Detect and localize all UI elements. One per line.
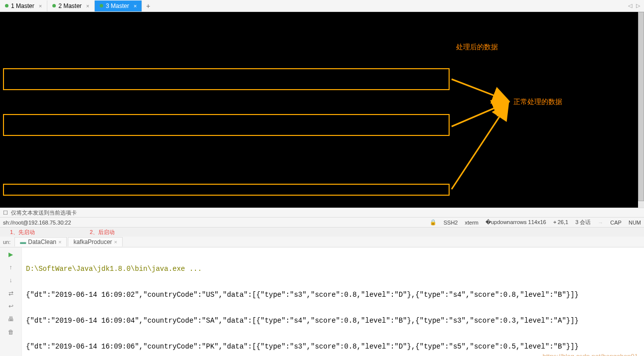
- ide-output-line: {"dt":"2019-06-14 16:09:02","countryCode…: [26, 288, 640, 301]
- status-dot-icon: [100, 4, 103, 7]
- close-icon[interactable]: ×: [39, 3, 42, 9]
- down-icon[interactable]: ↓: [7, 276, 15, 284]
- run-label: un:: [3, 239, 10, 245]
- terminal-scrollbar-track[interactable]: [638, 12, 644, 208]
- highlight-box-2: [3, 114, 450, 136]
- close-icon[interactable]: ×: [86, 3, 89, 9]
- annotation-arrows: [449, 62, 518, 191]
- status-pos: ⌖ 26,1: [553, 219, 568, 226]
- annotation-processed: 处理后的数据: [456, 42, 498, 52]
- lock-icon: 🔒: [430, 219, 437, 226]
- status-session: 3 会话: [575, 219, 591, 226]
- watermark-text: https://blog.csdn.net/hongchen91: [542, 350, 638, 356]
- input-hint: 仅将文本发送到当前选项卡: [11, 209, 77, 217]
- tab-1-master[interactable]: 1 Master ×: [0, 0, 47, 11]
- annotation-normal: 正常处理的数据: [513, 97, 562, 107]
- annotation-start-first: 1、先启动: [10, 229, 35, 236]
- svg-line-2: [452, 105, 507, 189]
- close-icon[interactable]: ×: [134, 3, 137, 9]
- ssh-address: sh://root@192.168.75.30:22: [3, 220, 71, 226]
- stop-icon[interactable]: 🗑: [7, 328, 15, 336]
- terminal-tab-bar: 1 Master × 2 Master × 3 Master × + ◁ ▷: [0, 0, 644, 12]
- ide-tab-kafkaproducer[interactable]: kafkaProducer ×: [68, 237, 123, 246]
- wrap-icon[interactable]: ↩: [7, 302, 15, 310]
- tab-label: 2 Master: [58, 2, 82, 9]
- svg-line-1: [452, 103, 507, 126]
- run-icon: ▬: [20, 238, 26, 245]
- highlight-box-3: [3, 184, 450, 196]
- status-bar: sh://root@192.168.75.30:22 1、先启动 2、后启动 🔒…: [0, 218, 644, 228]
- terminal-pane[interactable]: 处理后的数据 正常处理的数据 (py27) [root@master bin]#…: [0, 12, 644, 208]
- status-dot-icon: [5, 4, 8, 7]
- tab-3-master[interactable]: 3 Master ×: [95, 0, 142, 11]
- status-divider: →: [598, 220, 603, 226]
- close-icon[interactable]: ×: [114, 239, 117, 245]
- tab-label: 3 Master: [106, 2, 129, 9]
- tab-2-master[interactable]: 2 Master ×: [47, 0, 95, 11]
- ide-command-line: D:\SoftWare\Java\jdk1.8.0\bin\java.exe .…: [26, 262, 640, 275]
- ide-output-line: {"dt":"2019-06-14 16:09:04","countryCode…: [26, 314, 640, 327]
- ide-tab-dataclean[interactable]: ▬ DataClean ×: [14, 237, 67, 246]
- print-icon[interactable]: 🖶: [7, 315, 15, 323]
- tab-nav-icons: ◁ ▷: [628, 2, 640, 9]
- ide-tab-label: DataClean: [28, 238, 56, 245]
- tab-label: 1 Master: [11, 2, 34, 9]
- ide-tab-label: kafkaProducer: [73, 238, 112, 245]
- status-ssh2: SSH2: [444, 220, 458, 226]
- status-dot-icon: [52, 4, 56, 7]
- add-tab-button[interactable]: +: [142, 2, 154, 10]
- close-icon[interactable]: ×: [58, 239, 61, 245]
- ide-console-output[interactable]: D:\SoftWare\Java\jdk1.8.0\bin\java.exe .…: [22, 247, 644, 356]
- terminal-input-bar[interactable]: ☐ 仅将文本发送到当前选项卡: [0, 208, 644, 218]
- toggle-icon[interactable]: ☐: [3, 210, 8, 216]
- status-dim: �updownarrows 114x16: [485, 219, 546, 226]
- status-num: NUM: [629, 220, 641, 226]
- annotation-start-second: 2、后启动: [90, 229, 115, 236]
- svg-line-0: [452, 79, 507, 101]
- tab-right-icon[interactable]: ▷: [636, 2, 640, 9]
- ide-run-tabs: un: ▬ DataClean × kafkaProducer ×: [0, 237, 644, 247]
- ide-output-panel: ▶ ↑ ↓ ⇄ ↩ 🖶 🗑 D:\SoftWare\Java\jdk1.8.0\…: [0, 247, 644, 356]
- filter-icon[interactable]: ⇄: [7, 289, 15, 297]
- up-icon[interactable]: ↑: [7, 263, 15, 271]
- tab-left-icon[interactable]: ◁: [628, 2, 632, 9]
- terminal-scrollbar-thumb[interactable]: [638, 12, 644, 201]
- highlight-box-1: [3, 68, 450, 90]
- ide-gutter: ▶ ↑ ↓ ⇄ ↩ 🖶 🗑: [0, 247, 22, 356]
- status-xterm: xterm: [465, 220, 479, 226]
- status-cap: CAP: [610, 220, 622, 226]
- rerun-icon[interactable]: ▶: [7, 250, 15, 258]
